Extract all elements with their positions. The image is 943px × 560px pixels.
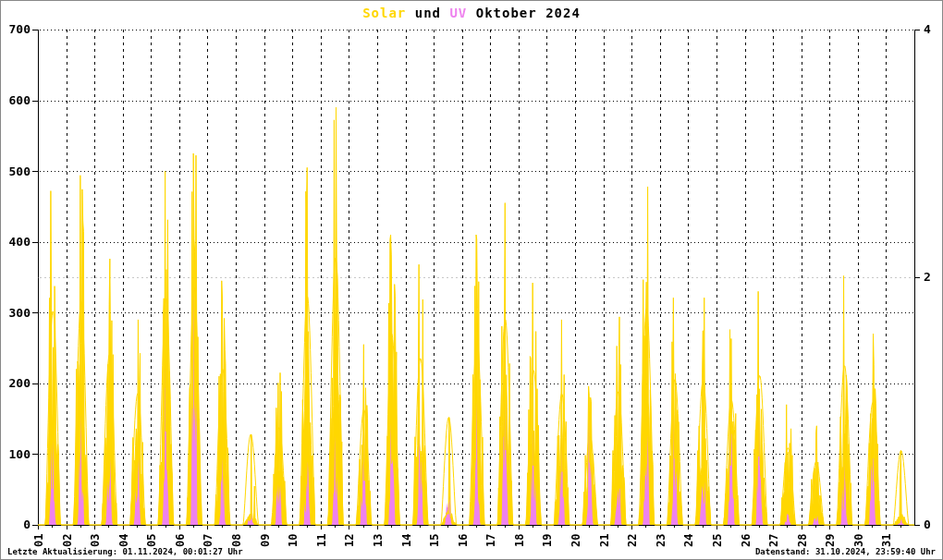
footer-last-update: Letzte Aktualisierung: 01.11.2024, 00:01… (7, 547, 243, 556)
chart-title-und: und (406, 6, 449, 20)
chart-title-uv: UV (449, 6, 467, 20)
chart-title-solar: Solar (362, 6, 406, 20)
chart-title-month: Oktober 2024 (467, 6, 581, 20)
footer-data-timestamp: Datenstand: 31.10.2024, 23:59:40 Uhr (755, 547, 936, 556)
solar-uv-chart-window: Solar und UV Oktober 2024 Letzte Aktuali… (0, 0, 943, 560)
chart-title: Solar und UV Oktober 2024 (1, 6, 942, 20)
chart-plot-canvas (1, 1, 942, 559)
